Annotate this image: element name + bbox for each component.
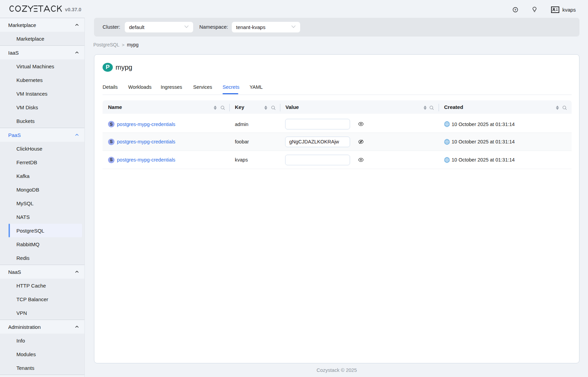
svg-text:?: ? [514, 8, 517, 12]
